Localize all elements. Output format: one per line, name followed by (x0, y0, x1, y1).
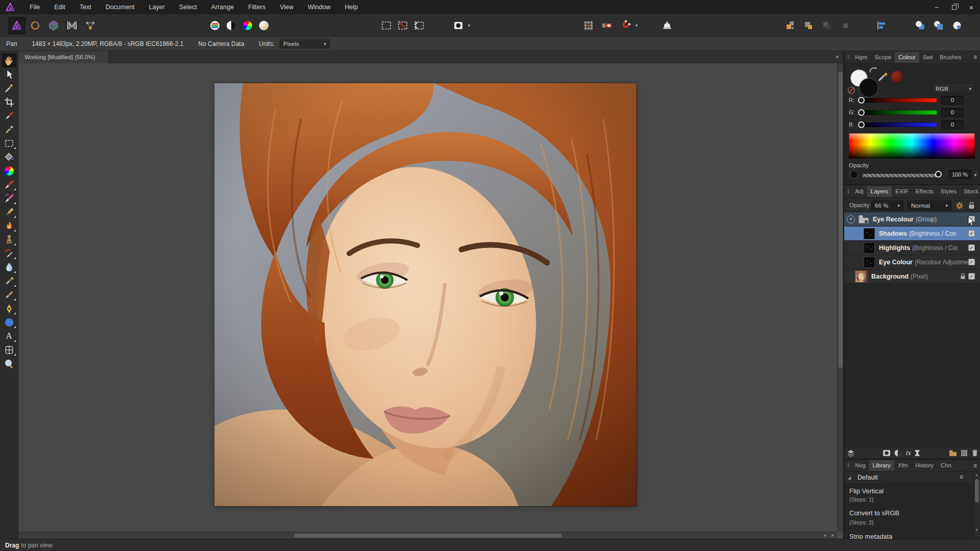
opacity-slider-knob[interactable] (935, 171, 942, 178)
restore-button[interactable] (945, 0, 963, 14)
flood-fill-tool[interactable] (2, 150, 16, 164)
tab-adjustment[interactable]: Adj (851, 186, 867, 197)
blue-slider-track[interactable] (863, 122, 937, 127)
scroll-right-icon[interactable]: ▸ (831, 533, 834, 538)
units-dropdown[interactable]: Pixels ▾ (280, 39, 330, 48)
adjustment-layer-icon[interactable] (893, 448, 902, 458)
tab-effects[interactable]: Effects (912, 186, 937, 197)
move-backward-button[interactable] (818, 17, 836, 34)
green-slider-knob[interactable] (858, 109, 865, 116)
blur-brush-tool[interactable] (2, 260, 16, 274)
layer-thumbnail[interactable] (864, 242, 875, 254)
tab-library[interactable]: Library (869, 460, 894, 471)
layer-visibility-checkbox[interactable]: ✓ (968, 230, 975, 237)
invert-selection-button[interactable] (410, 17, 428, 34)
opacity-slider-track[interactable] (862, 173, 938, 178)
tab-histogram[interactable]: Hgm (851, 52, 871, 63)
lock-icon[interactable] (968, 202, 975, 209)
blue-value-field[interactable]: 0 (941, 120, 964, 129)
scroll-up-icon[interactable]: ▲ (975, 473, 978, 477)
panel-menu-icon[interactable]: ≡ (973, 54, 978, 61)
opacity-zero-swatch[interactable] (850, 170, 858, 179)
export-persona-button[interactable] (82, 17, 99, 34)
layer-thumbnail[interactable] (864, 228, 875, 239)
gear-icon[interactable] (955, 202, 964, 210)
panel-grip-icon[interactable]: ‖ (847, 55, 849, 60)
section-menu-icon[interactable]: ≡ (960, 473, 963, 481)
tab-close-icon[interactable]: × (835, 53, 839, 61)
auto-white-balance-button[interactable] (255, 17, 273, 34)
tab-exif[interactable]: EXIF (892, 186, 912, 197)
horizontal-scrollbar[interactable]: ◂ ▸ (18, 532, 837, 539)
minimize-button[interactable]: − (928, 0, 945, 14)
panel-grip-icon[interactable]: ‖ (847, 463, 849, 468)
menu-window[interactable]: Window (301, 0, 337, 14)
menu-file[interactable]: File (22, 0, 47, 14)
menu-filters[interactable]: Filters (241, 0, 273, 14)
scroll-down-icon[interactable]: ▼ (975, 528, 978, 532)
panel-grip-icon[interactable]: ‖ (847, 189, 849, 194)
menu-text[interactable]: Text (72, 0, 99, 14)
tab-brushes[interactable]: Brushes (936, 52, 965, 63)
secondary-colour-swatch[interactable] (859, 78, 878, 97)
panel-menu-icon[interactable]: ≡ (973, 462, 978, 469)
tab-stock[interactable]: Stock (960, 186, 980, 197)
close-button[interactable]: × (963, 0, 980, 14)
layer-visibility-checkbox[interactable]: ✓ (968, 244, 975, 251)
no-colour-swatch[interactable] (848, 87, 855, 94)
menu-help[interactable]: Help (338, 0, 365, 14)
boolean-subtract-button[interactable] (930, 17, 947, 34)
snapping-caret[interactable]: ▾ (633, 17, 640, 34)
mesh-warp-tool[interactable] (2, 343, 16, 357)
auto-levels-button[interactable] (206, 17, 224, 34)
dodge-burn-tool[interactable] (2, 219, 16, 233)
colour-mode-dropdown[interactable]: RGB ▾ (932, 84, 975, 93)
tone-mapping-persona-button[interactable] (63, 17, 81, 34)
gradient-tool[interactable] (2, 164, 16, 178)
tab-scope[interactable]: Scope (871, 52, 895, 63)
selection-brush-tool[interactable] (2, 109, 16, 122)
tab-transform[interactable]: Xfm (894, 460, 912, 471)
move-by-whole-pixels-button[interactable] (598, 17, 616, 34)
library-scrollbar[interactable]: ▲ ▼ (973, 472, 979, 539)
tab-navigator[interactable]: Nvg (851, 460, 869, 471)
layer-row-group[interactable]: ▼ Eye Recolour (Group) ✓ (844, 212, 980, 227)
colour-picker-tool[interactable] (2, 81, 16, 95)
canvas-image[interactable] (214, 83, 636, 506)
snapping-grid-button[interactable] (580, 17, 597, 34)
move-to-back-button[interactable] (837, 17, 854, 34)
menu-select[interactable]: Select (172, 0, 204, 14)
paint-brush-tool[interactable] (2, 178, 16, 191)
mask-layer-icon[interactable] (882, 448, 891, 458)
layer-row-shadows[interactable]: Shadows (Brightness / Contrast... ✓ (844, 227, 980, 241)
auto-contrast-button[interactable] (223, 17, 240, 34)
move-to-front-button[interactable] (781, 17, 799, 34)
red-slider-track[interactable] (863, 98, 937, 103)
group-expand-icon[interactable]: ▼ (847, 215, 855, 223)
vertical-scrollbar-thumb[interactable] (839, 72, 843, 368)
menu-document[interactable]: Document (99, 0, 142, 14)
tab-channels[interactable]: Chn (937, 460, 955, 471)
sharpen-brush-tool[interactable] (2, 274, 16, 288)
layer-row-background[interactable]: Background (Pixel) ✓ (844, 269, 980, 284)
liquify-persona-button[interactable] (27, 17, 44, 34)
smudge-brush-tool[interactable] (2, 288, 16, 302)
move-forward-button[interactable] (800, 17, 817, 34)
blend-mode-dropdown[interactable]: Normal ▾ (908, 201, 951, 210)
clone-brush-tool[interactable] (2, 233, 16, 246)
horizontal-scrollbar-thumb[interactable] (294, 534, 562, 538)
layer-visibility-checkbox[interactable]: ✓ (968, 259, 975, 265)
move-tool[interactable] (2, 67, 16, 81)
crop-tool[interactable] (2, 95, 16, 109)
tab-history[interactable]: History (912, 460, 937, 471)
marquee-tool[interactable] (2, 136, 16, 150)
tab-swatches[interactable]: Swt (919, 52, 936, 63)
select-all-button[interactable] (378, 17, 395, 34)
green-slider-track[interactable] (863, 110, 937, 115)
menu-view[interactable]: View (273, 0, 301, 14)
live-filter-icon[interactable]: fx (903, 448, 913, 458)
opacity-value-field[interactable]: 100 % (949, 170, 971, 179)
quick-mask-caret[interactable]: ▾ (465, 17, 473, 34)
alignment-button[interactable] (873, 17, 890, 34)
vertical-scrollbar[interactable] (837, 63, 843, 532)
